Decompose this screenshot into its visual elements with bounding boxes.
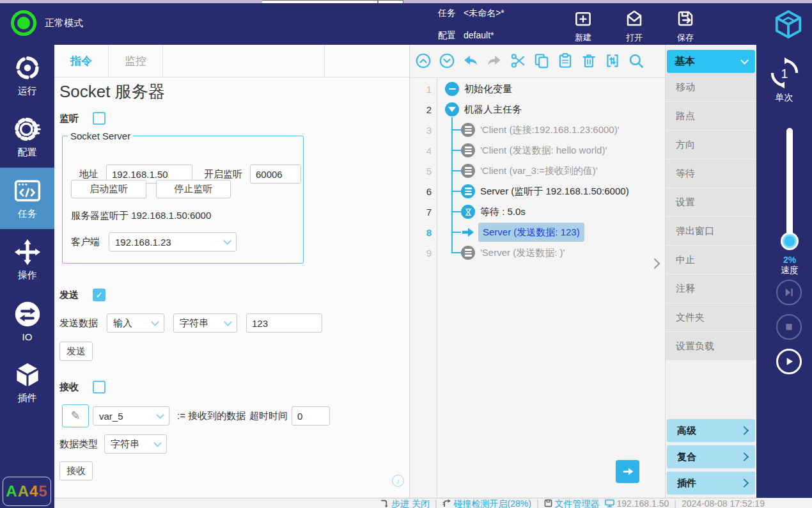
tree-row-7[interactable]: 7等待 : 5.0s <box>410 202 665 222</box>
ip-status: 192.168.1.50 <box>605 498 669 508</box>
delete-icon[interactable] <box>581 52 598 70</box>
port-label: 开启监听 <box>204 168 242 180</box>
speed-slider[interactable] <box>786 128 793 250</box>
client-select[interactable]: 192.168.1.23 <box>109 232 237 251</box>
expand-all-icon[interactable] <box>439 52 456 70</box>
single-cycle-label: 单次 <box>756 92 812 104</box>
pencil-icon: ✎ <box>70 409 80 423</box>
command-item-waypoint[interactable]: 路点 <box>666 102 756 130</box>
arrow-right-icon <box>461 225 475 239</box>
send-button[interactable]: 发送 <box>59 342 93 361</box>
receive-button[interactable]: 接收 <box>59 461 93 480</box>
command-item-folder[interactable]: 文件夹 <box>666 303 756 331</box>
task-value: <未命名>* <box>464 8 504 19</box>
redo-icon[interactable] <box>486 52 503 70</box>
client-label: 客户端 <box>71 236 100 248</box>
copy-icon[interactable] <box>533 52 550 70</box>
sidebar-item-plugin[interactable]: 插件 <box>0 352 54 413</box>
command-group-advanced[interactable]: 高级 <box>667 419 755 442</box>
info-icon[interactable]: i <box>392 475 404 487</box>
command-item-direction[interactable]: 方向 <box>666 131 756 159</box>
command-group-composite[interactable]: 复合 <box>667 445 755 468</box>
step-forward-button[interactable] <box>776 280 802 305</box>
command-group-plugin[interactable]: 插件 <box>667 472 755 495</box>
chevron-right-icon <box>740 479 749 488</box>
command-category-select[interactable]: 基本 <box>667 50 755 73</box>
collapse-all-icon[interactable] <box>415 52 432 70</box>
tree-row-text: 初始化变量 <box>464 83 512 95</box>
config-label: 配置 <box>438 30 456 42</box>
play-button[interactable] <box>776 349 802 374</box>
config-icon <box>14 116 41 143</box>
tree-row-3[interactable]: 3'Client (连接:192.168.1.23:6000)' <box>410 120 665 140</box>
sidebar-item-task[interactable]: 任务 <box>0 168 54 229</box>
tree-row-text: Server (发送数据: 123) <box>478 223 584 242</box>
edit-variable-button[interactable]: ✎ <box>62 404 89 427</box>
command-item-set[interactable]: 设置 <box>666 188 756 216</box>
tree-row-text: 'Client (var_3:=接收到的值)' <box>480 165 598 177</box>
save-button[interactable]: 保存 <box>665 6 706 44</box>
program-tree-panel: 1初始化变量2机器人主任务3'Client (连接:192.168.1.23:6… <box>410 45 666 498</box>
tree-row-text: 'Client (发送数据: hello world)' <box>480 145 607 157</box>
stop-icon <box>785 322 793 331</box>
status-bar: 步进 关闭 | 碰撞检测开启(28%) | 文件管理器 192.168.1.50… <box>54 498 812 508</box>
cut-icon[interactable] <box>510 52 527 70</box>
tree-row-9[interactable]: 9'Server (发送数据: )' <box>410 242 665 263</box>
tree-row-text: 'Server (发送数据: )' <box>480 247 565 259</box>
undo-icon[interactable] <box>462 52 480 70</box>
single-cycle-icon[interactable]: 1 <box>756 56 812 90</box>
tree-row-2[interactable]: 2机器人主任务 <box>410 99 665 120</box>
sidebar-item-config[interactable]: 配置 <box>0 106 54 168</box>
collision-icon <box>442 499 451 508</box>
tree-row-1[interactable]: 1初始化变量 <box>410 79 665 99</box>
file-manager-link[interactable]: 文件管理器 <box>544 498 600 508</box>
stop-listen-button[interactable]: 停止监听 <box>156 180 231 198</box>
command-item-popup[interactable]: 弹出窗口 <box>666 217 756 245</box>
tree-row-5[interactable]: 5'Client (var_3:=接收到的值)' <box>410 161 665 181</box>
top-bar: 正常模式 任务 <未命名>* 配置 default* 新建 打开 保存 <box>0 3 812 45</box>
robot-badge: AA45 <box>3 477 51 506</box>
new-button[interactable]: 新建 <box>563 6 604 44</box>
start-listen-button[interactable]: 启动监听 <box>71 180 146 198</box>
send-checkbox[interactable]: ✓ <box>93 289 105 301</box>
send-type-select[interactable]: 字符串 <box>173 314 237 333</box>
next-step-button[interactable] <box>616 460 639 483</box>
tree-row-4[interactable]: 4'Client (发送数据: hello world)' <box>410 140 665 161</box>
collision-detection-status[interactable]: 碰撞检测开启(28%) <box>442 498 531 508</box>
send-source-select[interactable]: 输入 <box>107 314 164 333</box>
tree-row-text: Server (监听于 192.168.1.50:6000) <box>480 186 629 198</box>
timeout-input[interactable] <box>292 406 330 425</box>
stop-button[interactable] <box>776 314 802 340</box>
datetime-status: 2024-08-08 17:52:19 <box>682 498 765 508</box>
sidebar-item-run[interactable]: 运行 <box>0 45 54 106</box>
run-icon <box>14 54 41 81</box>
timeout-label: 超时时间 <box>249 410 288 422</box>
paste-icon[interactable] <box>557 52 574 70</box>
command-item-comment[interactable]: 注释 <box>666 274 756 303</box>
datatype-select[interactable]: 字符串 <box>104 434 167 454</box>
receive-var-select[interactable]: var_5 <box>93 406 169 425</box>
tab-monitor[interactable]: 监控 <box>109 45 163 77</box>
speed-slider-thumb[interactable] <box>781 232 799 250</box>
tree-row-8[interactable]: 8Server (发送数据: 123) <box>410 222 665 242</box>
tree-row-6[interactable]: 6Server (监听于 192.168.1.50:6000) <box>410 181 665 202</box>
replace-icon[interactable] <box>604 52 621 70</box>
step-mode-status[interactable]: 步进 关闭 <box>380 498 430 508</box>
search-icon[interactable] <box>628 52 645 70</box>
command-item-payload[interactable]: 设置负载 <box>666 332 756 360</box>
command-item-abort[interactable]: 中止 <box>666 246 756 274</box>
speed-value: 2% <box>756 255 812 265</box>
tab-command[interactable]: 指令 <box>54 45 109 77</box>
listen-checkbox[interactable] <box>93 112 105 125</box>
receive-checkbox[interactable] <box>93 381 105 393</box>
sidebar-item-io[interactable]: IO <box>0 290 54 352</box>
assign-text: := 接收到的数据 <box>177 410 246 422</box>
io-icon <box>14 301 41 328</box>
tree-row-text: 等待 : 5.0s <box>480 206 526 218</box>
open-button[interactable]: 打开 <box>614 6 655 44</box>
command-item-move[interactable]: 移动 <box>666 73 756 101</box>
send-value-input[interactable] <box>246 314 322 333</box>
command-item-wait[interactable]: 等待 <box>666 159 756 187</box>
sidebar-item-operate[interactable]: 操作 <box>0 229 54 290</box>
task-icon <box>14 177 41 204</box>
